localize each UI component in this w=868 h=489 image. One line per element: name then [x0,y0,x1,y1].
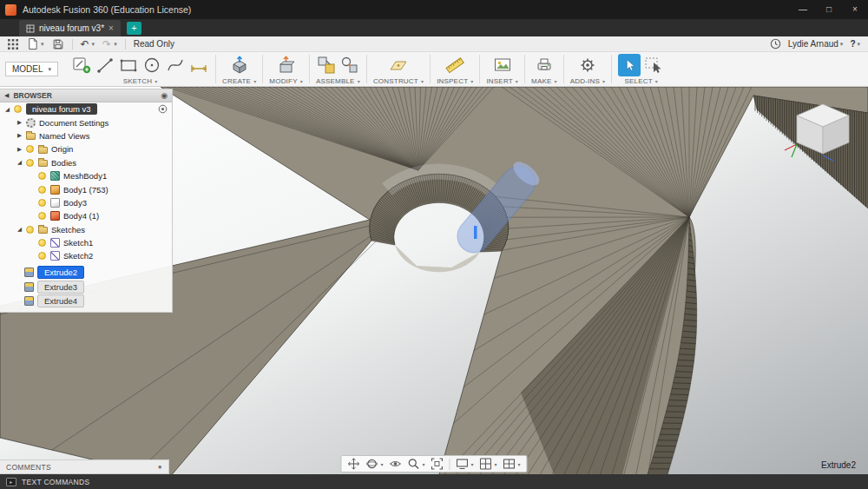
measure-icon[interactable] [444,55,465,76]
document-tab[interactable]: niveau forum v3* × [19,20,121,36]
user-menu[interactable]: Lydie Arnaud [788,39,838,49]
selected-edge-highlight[interactable] [474,226,477,239]
expander-icon[interactable]: ◢ [5,106,14,113]
rectangle-tool-icon[interactable] [118,55,139,76]
visibility-bulb-icon[interactable] [38,186,46,194]
tree-item-sketch1[interactable]: Sketch1 [0,236,172,249]
text-commands-icon[interactable]: ▸ [6,478,16,486]
group-label-assemble[interactable]: ASSEMBLE [316,77,355,85]
group-label-make[interactable]: MAKE [531,77,551,85]
tree-item-body1-753-[interactable]: Body1 (753) [0,182,172,195]
maximize-button[interactable]: □ [816,0,842,19]
new-component-icon[interactable] [316,55,337,76]
tree-item-body3[interactable]: Body3 [0,196,172,209]
visibility-bulb-icon[interactable] [26,145,34,153]
grid-snap-arrow[interactable]: ▾ [495,461,497,467]
tree-item-named-views[interactable]: ▶Named Views [0,129,172,142]
expander-icon[interactable]: ▶ [17,119,26,126]
redo-icon[interactable]: ↷ [102,39,111,50]
workspace-selector[interactable]: MODEL ▾ [5,62,58,76]
minimize-button[interactable]: — [790,0,816,19]
tree-item-bodies[interactable]: ◢Bodies [0,156,172,169]
tree-item-origin[interactable]: ▶Origin [0,142,172,155]
window-select-icon[interactable] [643,55,664,76]
comments-bar[interactable]: COMMENTS ● [0,459,169,474]
group-label-addins[interactable]: ADD-INS [570,77,600,85]
group-label-select[interactable]: SELECT [625,77,653,85]
group-label-construct[interactable]: CONSTRUCT [373,77,418,85]
root-component-label[interactable]: niveau forum v3 [26,103,97,115]
close-tab-icon[interactable]: × [108,23,114,33]
tree-item-body4-1-[interactable]: Body4 (1) [0,209,172,222]
fit-icon[interactable] [431,458,443,470]
browser-header[interactable]: ◀ BROWSER ◉ [0,89,172,102]
sketch-dimension-icon[interactable] [188,55,209,76]
display-settings-arrow[interactable]: ▾ [470,461,473,467]
expander-icon[interactable]: ◢ [17,226,26,233]
orbit-icon[interactable] [365,458,378,470]
comments-options-icon[interactable]: ● [158,463,162,471]
file-menu-icon[interactable] [26,37,38,50]
visibility-bulb-icon[interactable] [38,172,46,180]
group-label-create[interactable]: CREATE [222,77,251,85]
group-label-insert[interactable]: INSERT [486,77,512,85]
feature-item-extrude2[interactable]: Extrude2 [0,266,172,281]
app-grid-icon[interactable] [8,39,18,50]
file-menu-arrow[interactable]: ▾ [41,41,44,48]
help-menu-arrow[interactable]: ▾ [857,41,860,48]
tree-item-sketches[interactable]: ◢Sketches [0,223,172,236]
tree-item-sketch2[interactable]: Sketch2 [0,249,172,262]
3d-viewport[interactable]: ◀ BROWSER ◉ ◢ niveau forum v3 ▶Document … [0,87,868,474]
look-at-icon[interactable] [389,458,401,470]
save-icon[interactable] [52,38,64,50]
panel-options-icon[interactable]: ◉ [161,91,168,100]
display-settings-icon[interactable] [456,458,468,470]
grid-snap-icon[interactable] [480,458,492,470]
3d-print-icon[interactable] [534,55,555,76]
viewports-arrow[interactable]: ▾ [518,461,521,467]
tree-item-meshbody1[interactable]: MeshBody1 [0,169,172,182]
tree-item-document-settings[interactable]: ▶Document Settings [0,116,172,129]
feature-label[interactable]: Extrude3 [37,281,84,294]
spline-tool-icon[interactable] [165,55,186,76]
visibility-bulb-icon[interactable] [38,239,46,247]
insert-image-icon[interactable] [492,55,513,76]
joint-icon[interactable] [339,55,360,76]
extrude-icon[interactable] [229,55,250,76]
user-menu-arrow[interactable]: ▾ [840,41,844,48]
collapse-panel-icon[interactable]: ◀ [4,92,9,99]
redo-arrow[interactable]: ▾ [114,41,117,48]
press-pull-icon[interactable] [276,55,297,76]
feature-item-extrude4[interactable]: Extrude4 [0,294,172,309]
visibility-bulb-icon[interactable] [26,226,34,234]
scripts-addins-icon[interactable] [577,55,598,76]
visibility-bulb-icon[interactable] [26,159,34,167]
viewports-icon[interactable] [503,458,516,470]
view-cube[interactable] [783,89,863,162]
close-button[interactable]: × [842,0,868,19]
undo-arrow[interactable]: ▾ [92,41,95,48]
feature-label[interactable]: Extrude2 [37,266,84,279]
construction-plane-icon[interactable] [388,55,409,76]
create-sketch-icon[interactable] [71,55,92,76]
expander-icon[interactable]: ◢ [17,159,26,166]
expander-icon[interactable]: ▶ [17,132,26,139]
line-tool-icon[interactable] [95,55,115,76]
zoom-menu-arrow[interactable]: ▾ [422,461,424,467]
group-label-modify[interactable]: MODIFY [269,77,297,85]
zoom-icon[interactable] [407,458,419,470]
activate-component-radio[interactable] [158,104,168,114]
clock-icon[interactable] [770,38,781,50]
circle-tool-icon[interactable] [141,55,162,76]
expander-icon[interactable]: ▶ [17,146,26,153]
new-tab-button[interactable]: + [127,22,141,35]
visibility-bulb-icon[interactable] [14,105,22,113]
undo-icon[interactable]: ↶ [81,39,89,50]
help-menu[interactable]: ? [850,39,855,49]
visibility-bulb-icon[interactable] [38,252,46,260]
pan-icon[interactable] [347,458,359,470]
group-label-sketch[interactable]: SKETCH [123,77,153,85]
text-commands-label[interactable]: TEXT COMMANDS [22,478,89,486]
feature-item-extrude3[interactable]: Extrude3 [0,280,172,294]
visibility-bulb-icon[interactable] [38,199,46,207]
